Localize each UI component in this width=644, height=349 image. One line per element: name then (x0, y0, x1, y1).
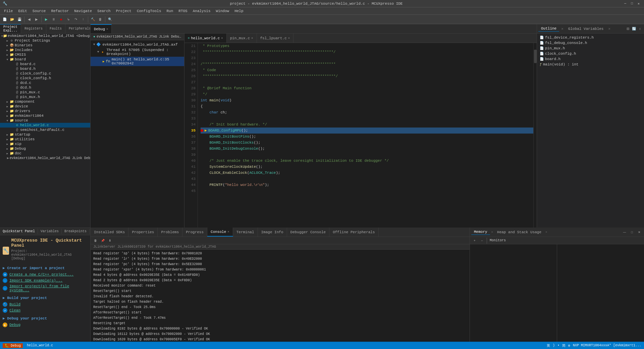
clean-label[interactable]: Clean (9, 308, 20, 312)
tree-cmsis[interactable]: ▶ 📁 CMSIS (0, 52, 90, 57)
tree-doc[interactable]: ▶ 📁 doc (0, 151, 90, 156)
outline-fsl-device[interactable]: 📄 fsl_device_registers.h (538, 35, 643, 40)
debug-tab[interactable]: Debug ✕ (91, 24, 112, 33)
tree-dcd-h[interactable]: ▶ @ dcd.h (0, 85, 90, 90)
debug-label[interactable]: Debug (9, 323, 20, 327)
tree-project-settings[interactable]: ▶ ⚙ Project Settings (0, 38, 90, 43)
ctab-progress[interactable]: Progress (182, 228, 207, 237)
qs-section-debug[interactable]: ▶ Debug your project (3, 316, 88, 320)
ctab-installed-sdks[interactable]: Installed SDKs (91, 228, 128, 237)
tree-board-h[interactable]: ▶ @ board.h (0, 66, 90, 71)
tab-project-explorer[interactable]: Project Expl... (0, 24, 21, 33)
editor-tab-fsl[interactable]: fsl_lpuart.c ✕ (257, 34, 294, 43)
menu-navigate[interactable]: Navigate (71, 8, 95, 14)
qs-build[interactable]: 🔨 Build (3, 301, 88, 307)
tab-outline[interactable]: Outline (538, 26, 559, 32)
hello-tab-close[interactable]: ✕ (221, 36, 223, 40)
qs-tab-quickstart[interactable]: Quickstart Panel (0, 229, 38, 234)
ctab-console-close[interactable]: ✕ (227, 230, 229, 234)
menu-search[interactable]: Search (95, 8, 113, 14)
menu-window[interactable]: Window (213, 8, 232, 14)
console-content[interactable]: Read register 'sp' (4 bytes) from hardwa… (91, 250, 470, 342)
mem-minimize[interactable]: — (621, 229, 628, 236)
qs-import-sdk[interactable]: ↓ Import SDK example(s)... (3, 278, 88, 284)
tb-debug[interactable]: ▶ (43, 16, 50, 23)
menu-run[interactable]: Run (164, 8, 176, 14)
ctab-properties[interactable]: Properties (128, 228, 158, 237)
tab-peripherals[interactable]: Peripherals+ (65, 24, 91, 33)
menu-refactor[interactable]: Refactor (48, 8, 71, 14)
console-pin[interactable]: 📌 (99, 237, 106, 244)
tree-clock-config-h[interactable]: ▶ @ clock_config.h (0, 76, 90, 81)
tree-hello-world-c[interactable]: ▶ ⊙ hello_world.c (0, 123, 90, 128)
tree-semihost[interactable]: ▶ @ semihost_hardfault.c (0, 128, 90, 132)
minimize-button[interactable]: — (623, 1, 628, 6)
mem-maximize[interactable]: □ (629, 229, 635, 236)
tb-open[interactable]: 📂 (9, 16, 15, 23)
menu-source[interactable]: Source (30, 8, 49, 14)
menu-analysis[interactable]: Analysis (190, 8, 213, 14)
tree-dcd-c[interactable]: ▶ @ dcd.c (0, 81, 90, 85)
tree-binaries[interactable]: ▶ 📦 Binaries (0, 43, 90, 48)
build-label[interactable]: Build (9, 302, 20, 306)
ctab-terminal[interactable]: Terminal (233, 228, 258, 237)
tab-global-vars[interactable]: Global Variables (566, 26, 606, 32)
tree-device[interactable]: ▶ 📁 device (0, 104, 90, 109)
outline-collapse[interactable]: ⊟ (625, 26, 631, 32)
menu-file[interactable]: File (1, 8, 15, 14)
mem-close[interactable]: ✕ (636, 229, 643, 236)
tb-new[interactable]: 📄 (1, 16, 8, 23)
outline-fsl-debug[interactable]: 📄 fsl_debug_console.h (538, 40, 643, 46)
mem-tab-memory[interactable]: Memory (471, 229, 490, 235)
close-button[interactable]: ✕ (636, 1, 641, 6)
qs-create-project[interactable]: ⚙ Create a new C/C++ project... (3, 271, 88, 278)
tree-component[interactable]: ▶ 📁 component (0, 99, 90, 104)
editor-tab-pin[interactable]: pin_mux.c ✕ (227, 34, 257, 43)
tb-step-in[interactable]: ↳ (65, 16, 72, 23)
tab-faults[interactable]: Faults (46, 24, 65, 33)
tree-includes[interactable]: ▶ 📂 Includes (0, 48, 90, 52)
ctab-problems[interactable]: Problems (158, 228, 182, 237)
create-project-label[interactable]: Create a new C/C++ project... (9, 272, 73, 277)
mem-tab-close1[interactable]: ✕ (491, 230, 493, 234)
qs-section-build[interactable]: ▶ Build your project (3, 296, 88, 300)
tree-board[interactable]: ▼ 📁 board (0, 57, 90, 62)
debug-item-main[interactable]: ▶ fn main() at hello_world.c:35 0x700029… (91, 57, 184, 66)
menu-edit[interactable]: Edit (15, 8, 30, 14)
tree-startup[interactable]: ▶ 📁 startup (0, 132, 90, 137)
scrollbar-thumb[interactable] (534, 50, 537, 63)
mem-tab-close2[interactable]: ✕ (545, 230, 547, 234)
tb-step-out[interactable]: ↑ (80, 16, 87, 23)
tb-save[interactable]: 💾 (16, 16, 23, 23)
import-project-label[interactable]: Import project(s) from file system... (9, 284, 88, 292)
tree-drivers[interactable]: ▶ 📁 drivers (0, 109, 90, 113)
tb-stop[interactable]: ■ (58, 16, 64, 23)
tb-forward[interactable]: ▶ (33, 16, 40, 23)
menu-rtos[interactable]: RTOS (176, 8, 190, 14)
debug-tab-close[interactable]: ✕ (106, 27, 108, 31)
tree-debug-folder[interactable]: ▶ 📁 Debug (0, 146, 90, 151)
debug-item-thread[interactable]: ▼ 🔸 Thread #1 57005 (Suspended : Breakpo… (91, 47, 184, 57)
ctab-console[interactable]: Console ✕ (207, 228, 233, 237)
tree-clock-config-c[interactable]: ▶ @ clock_config.c (0, 71, 90, 76)
qs-clean[interactable]: ✗ Clean (3, 307, 88, 313)
ctab-offline-peripherals[interactable]: Offline Peripherals (329, 228, 378, 237)
tree-board-c[interactable]: ▶ @ board.c (0, 62, 90, 66)
outline-sync[interactable]: 🔄 (631, 26, 637, 32)
mem-tab-heap[interactable]: Heap and Stack Usage (494, 230, 544, 235)
editor-scrollbar[interactable] (533, 43, 537, 228)
outline-clock-config[interactable]: 📄 clock_config.h (538, 51, 643, 56)
pin-tab-close[interactable]: ✕ (251, 36, 253, 40)
outline-sort[interactable]: ↕ (637, 26, 643, 32)
menu-project[interactable]: Project (113, 8, 134, 14)
tb-back[interactable]: ◀ (26, 16, 33, 23)
code-content[interactable]: * Prototypes ***************************… (198, 43, 533, 228)
tree-pin-mux-h[interactable]: ▶ @ pin_mux.h (0, 95, 90, 99)
outline-board-h[interactable]: 📄 board.h (538, 56, 643, 62)
tb-build[interactable]: 🔨 (90, 16, 96, 23)
outline-pin-mux[interactable]: 📄 pin_mux.h (538, 46, 643, 51)
qs-import-project[interactable]: ↓ Import project(s) from file system... (3, 284, 88, 293)
qs-tab-variables[interactable]: Variables (38, 229, 62, 234)
menu-help[interactable]: Help (232, 8, 246, 14)
qs-debug[interactable]: ▶ Debug (3, 322, 88, 328)
